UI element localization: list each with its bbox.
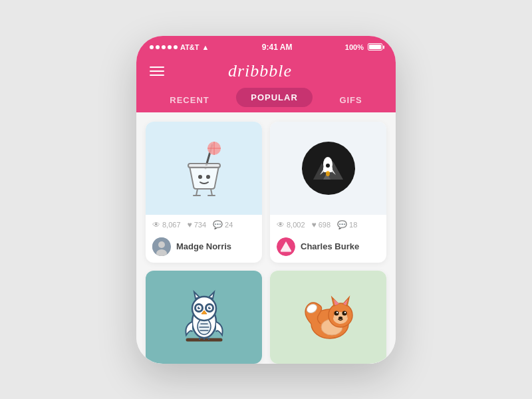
tab-gifs[interactable]: GIFS [326,88,375,112]
card-meta-2: 👁 8,002 ♥ 698 💬 18 [270,215,386,235]
wifi-icon: ▲ [202,43,209,51]
owl-illustration [181,285,227,348]
svg-line-7 [196,189,198,196]
main-content: 👁 8,067 ♥ 734 💬 24 [136,112,396,364]
likes-1: ♥ 734 [188,220,206,229]
views-icon-1: 👁 [152,220,160,229]
card-fox[interactable] [270,271,386,364]
dot-2 [156,45,160,49]
cards-grid: 👁 8,067 ♥ 734 💬 24 [146,122,386,364]
comments-icon-1: 💬 [213,220,223,229]
card-owl[interactable] [146,271,262,364]
svg-point-59 [344,311,345,313]
likes-icon-2: ♥ [312,220,317,229]
comments-count-1: 24 [225,221,233,229]
tab-bar: RECENT POPULAR GIFS [150,88,382,112]
svg-line-8 [211,189,212,196]
dot-5 [174,45,178,49]
svg-point-41 [199,307,200,308]
status-bar: AT&T ▲ 9:41 AM 100% [136,36,396,56]
dot-1 [150,45,154,49]
svg-point-21 [326,164,330,168]
author-name-2: Charles Burke [301,241,359,251]
likes-count-2: 698 [319,221,331,229]
avatar-2 [277,237,295,256]
status-right: 100% [345,43,382,51]
carrier-text: AT&T [180,43,200,51]
battery-fill [369,45,381,49]
likes-icon-1: ♥ [188,220,192,229]
svg-point-6 [206,175,210,179]
svg-marker-33 [194,292,200,299]
drink-illustration [178,138,231,198]
likes-count-1: 734 [194,221,206,229]
views-count-1: 8,067 [162,221,181,229]
svg-point-57 [342,311,346,315]
comments-count-2: 18 [349,221,357,229]
time-display: 9:41 AM [262,43,293,52]
card-image-owl [146,271,262,364]
comments-2: 💬 18 [337,220,357,229]
fox-illustration [295,287,362,347]
author-2[interactable]: Charles Burke [270,235,386,263]
card-image-fox [270,271,386,364]
tab-recent[interactable]: RECENT [156,88,222,112]
app-logo: dribbble [228,61,292,81]
hamburger-line-3 [150,74,164,76]
svg-point-60 [338,317,342,319]
svg-point-22 [326,171,330,176]
app-header: dribbble RECENT POPULAR GIFS [136,56,396,112]
status-left: AT&T ▲ [150,43,209,51]
avatar-img-2 [277,237,295,256]
signal-dots [150,45,178,49]
dot-3 [162,45,166,49]
hamburger-line-2 [150,70,164,72]
comments-1: 💬 24 [213,220,233,229]
comments-icon-2: 💬 [337,220,347,229]
views-icon-2: 👁 [277,220,285,229]
card-meta-1: 👁 8,067 ♥ 734 💬 24 [146,215,262,235]
card-image-rocket [270,122,386,215]
battery-percent: 100% [345,43,364,51]
battery-icon [368,43,382,51]
card-image-drink [146,122,262,215]
hamburger-menu[interactable] [150,66,164,76]
svg-point-5 [198,175,202,179]
svg-rect-4 [188,164,220,168]
author-name-1: Madge Norris [176,241,231,251]
phone-frame: AT&T ▲ 9:41 AM 100% dribbble RECENT [136,36,396,364]
views-1: 👁 8,067 [152,220,181,229]
tab-popular[interactable]: POPULAR [236,88,313,107]
rocket-circle [302,142,355,195]
author-1[interactable]: Madge Norris [146,235,262,263]
header-nav: dribbble [150,61,382,88]
avatar-img-1 [152,237,171,256]
svg-point-12 [158,241,165,248]
avatar-1 [152,237,171,256]
views-count-2: 8,002 [287,221,305,229]
rocket-illustration [310,150,346,186]
svg-rect-25 [281,250,291,252]
svg-point-58 [336,311,337,313]
card-rocket[interactable]: 👁 8,002 ♥ 698 💬 18 [270,122,386,263]
views-2: 👁 8,002 [277,220,305,229]
svg-marker-34 [209,292,214,299]
card-drink[interactable]: 👁 8,067 ♥ 734 💬 24 [146,122,262,263]
svg-point-56 [334,311,338,315]
dot-4 [168,45,172,49]
hamburger-line-1 [150,66,164,68]
svg-point-42 [209,307,211,308]
battery-bar [368,43,382,51]
likes-2: ♥ 698 [312,220,331,229]
